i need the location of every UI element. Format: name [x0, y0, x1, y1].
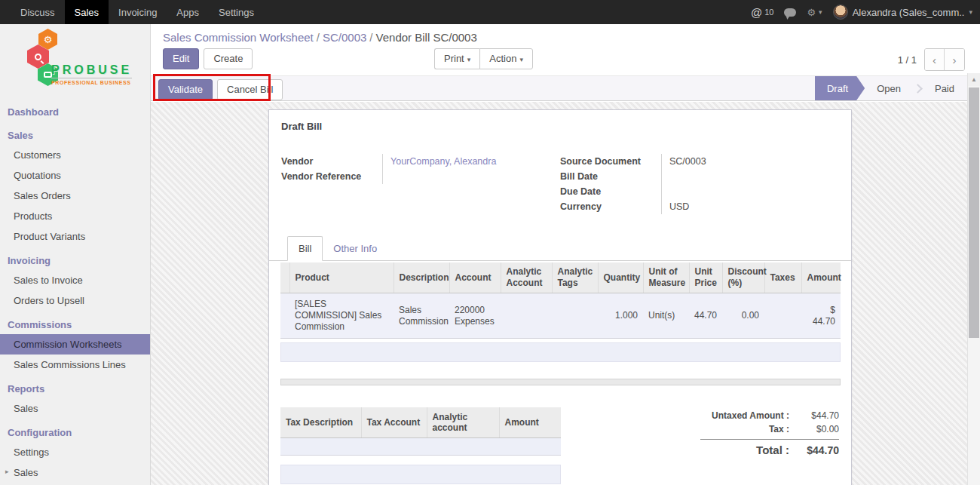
sidebar-item-products[interactable]: Products — [0, 206, 150, 226]
user-menu[interactable]: Alexandra (Sales_comm.. ▾ — [833, 5, 972, 20]
sidebar-item-dashboard[interactable]: Dashboard — [0, 103, 150, 121]
vendor-value-link[interactable]: YourCompany, Alexandra — [382, 154, 537, 169]
sidebar: ⚙ PROBUSE PROFESSIONAL BUSINESS Dashboar… — [0, 24, 151, 485]
menu-sales[interactable]: Sales — [65, 0, 109, 24]
pager-previous-button[interactable]: ‹ — [925, 49, 945, 70]
cell-analytic-tags — [552, 293, 598, 339]
pager: 1 / 1 ‹ › — [898, 48, 965, 71]
systray: @ 10 ⚙ ▾ Alexandra (Sales_comm.. ▾ — [751, 0, 980, 24]
form-statusbar: Validate Cancel Bill Draft Open Paid — [151, 75, 980, 101]
caret-right-icon: ▸ — [5, 468, 9, 475]
bug-icon: ⚙ — [807, 8, 816, 17]
mentions-counter[interactable]: @ 10 — [751, 6, 773, 19]
breadcrumb-sc0003-link[interactable]: SC/0003 — [323, 31, 366, 44]
row-handle — [280, 293, 289, 339]
sidebar-item-product-variants[interactable]: Product Variants — [0, 226, 150, 247]
col-unit-of-measure: Unit of Measure — [643, 262, 689, 293]
cell-unit-price: 44.70 — [689, 293, 722, 339]
edit-button[interactable]: Edit — [163, 48, 199, 69]
tax-header-row: Tax Description Tax Account Analytic acc… — [280, 407, 561, 438]
cell-discount: 0.00 — [722, 293, 764, 339]
app-menus: Discuss Sales Invoicing Apps Settings — [0, 0, 264, 24]
cell-description: Sales Commission — [394, 293, 449, 339]
status-step-open[interactable]: Open — [865, 76, 913, 100]
cell-quantity: 1.000 — [598, 293, 643, 339]
tab-other-info[interactable]: Other Info — [323, 237, 387, 260]
total-label: Total : — [756, 444, 789, 456]
vertical-scrollbar[interactable]: ▲ — [967, 73, 980, 485]
breadcrumb: Sales Commission Worksheet/SC/0003/Vendo… — [163, 31, 477, 44]
action-dropdown-button[interactable]: Action▾ — [479, 48, 533, 69]
cell-analytic-account — [501, 293, 552, 339]
cell-account: 220000 Expenses — [449, 293, 501, 339]
col-account: Account — [449, 262, 501, 293]
logo-subtitle: PROFESSIONAL BUSINESS — [51, 78, 132, 85]
sidebar-item-orders-to-upsell[interactable]: Orders to Upsell — [0, 290, 150, 311]
sidebar-item-reports-sales[interactable]: Sales — [0, 398, 150, 419]
sidebar-item-settings[interactable]: Settings — [0, 442, 150, 462]
table-horizontal-scrollbar[interactable] — [280, 379, 841, 385]
chevron-down-icon: ▾ — [519, 56, 523, 63]
bill-date-label: Bill Date — [560, 169, 661, 184]
control-panel: Sales Commission Worksheet/SC/0003/Vendo… — [151, 24, 980, 75]
sidebar-section-configuration[interactable]: Configuration — [0, 423, 150, 442]
total-value: $44.70 — [789, 444, 839, 456]
totals-separator — [700, 439, 839, 440]
bill-date-value — [661, 169, 841, 184]
mentions-count: 10 — [764, 8, 773, 17]
chevron-right-icon — [913, 84, 923, 94]
vendor-label: Vendor — [281, 154, 382, 169]
vendor-reference-value — [382, 169, 537, 184]
col-description: Description — [394, 262, 449, 293]
sidebar-item-customers[interactable]: Customers — [0, 145, 150, 165]
pager-next-button[interactable]: › — [945, 49, 964, 70]
tab-bill[interactable]: Bill — [287, 236, 323, 261]
sidebar-section-invoicing[interactable]: Invoicing — [0, 251, 150, 270]
chevron-down-icon: ▾ — [819, 8, 822, 16]
sidebar-item-sales-to-invoice[interactable]: Sales to Invoice — [0, 270, 150, 290]
menu-apps[interactable]: Apps — [167, 0, 209, 24]
col-tax-analytic-account: Analytic account — [427, 407, 499, 438]
invoice-lines-table: Product Description Account Analytic Acc… — [280, 262, 841, 339]
source-document-label: Source Document — [560, 154, 661, 169]
sidebar-item-quotations[interactable]: Quotations — [0, 165, 150, 186]
source-document-value: SC/0003 — [661, 154, 841, 169]
form-view-content: Draft Bill Vendor YourCompany, Alexandra… — [151, 102, 980, 485]
menu-discuss[interactable]: Discuss — [11, 0, 65, 24]
sidebar-item-commission-worksheets[interactable]: Commission Worksheets — [0, 334, 150, 355]
cancel-bill-button[interactable]: Cancel Bill — [217, 79, 283, 100]
status-step-paid[interactable]: Paid — [923, 76, 966, 100]
debug-menu[interactable]: ⚙ ▾ — [807, 8, 822, 17]
at-icon: @ — [751, 6, 762, 19]
invoice-line-row[interactable]: [SALES COMMISSION] Sales Commission Sale… — [280, 293, 841, 339]
chat-bubble-icon[interactable] — [784, 8, 796, 17]
due-date-value — [661, 184, 841, 199]
status-step-draft[interactable]: Draft — [815, 76, 865, 100]
menu-settings[interactable]: Settings — [209, 0, 264, 24]
validate-button[interactable]: Validate — [158, 79, 213, 100]
col-taxes: Taxes — [764, 262, 801, 293]
handle-column — [280, 262, 289, 293]
col-product: Product — [289, 262, 394, 293]
tax-value: $0.00 — [789, 424, 839, 434]
create-button[interactable]: Create — [204, 48, 253, 69]
sidebar-item-sales-commissions-lines[interactable]: Sales Commissions Lines — [0, 355, 150, 375]
vendor-bill-sheet: Draft Bill Vendor YourCompany, Alexandra… — [268, 109, 852, 485]
menu-invoicing[interactable]: Invoicing — [109, 0, 167, 24]
field-group-left: Vendor YourCompany, Alexandra Vendor Ref… — [281, 154, 537, 184]
scrollbar-thumb[interactable] — [969, 87, 979, 338]
sidebar-section-commissions[interactable]: Commissions — [0, 315, 150, 334]
pager-counter: 1 / 1 — [898, 54, 917, 66]
breadcrumb-worksheets-link[interactable]: Sales Commission Worksheet — [163, 31, 314, 44]
sidebar-item-config-sales[interactable]: ▸Sales — [0, 462, 150, 483]
col-analytic-account: Analytic Account — [501, 262, 552, 293]
tax-label: Tax : — [769, 424, 789, 434]
cell-uom: Unit(s) — [643, 293, 689, 339]
sidebar-item-sales-orders[interactable]: Sales Orders — [0, 186, 150, 206]
print-dropdown-button[interactable]: Print▾ — [434, 48, 479, 69]
vendor-reference-label: Vendor Reference — [281, 169, 382, 184]
scrollbar-up-arrow[interactable]: ▲ — [968, 73, 980, 86]
sidebar-section-reports[interactable]: Reports — [0, 379, 150, 398]
sidebar-section-sales[interactable]: Sales — [0, 126, 150, 145]
user-name: Alexandra (Sales_comm.. — [853, 7, 965, 18]
